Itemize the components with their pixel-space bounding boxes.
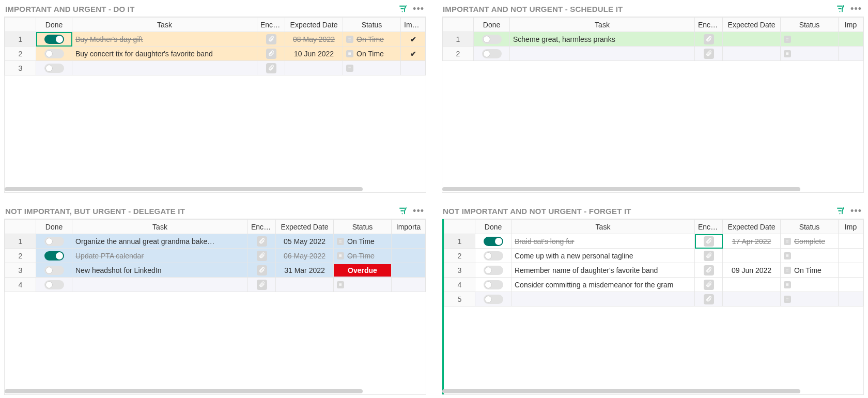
expected-date-cell[interactable] bbox=[276, 278, 334, 292]
expected-date-cell[interactable]: 09 Jun 2022 bbox=[723, 263, 781, 278]
done-cell[interactable] bbox=[475, 292, 512, 307]
enclosure-cell[interactable] bbox=[695, 278, 723, 292]
task-cell[interactable] bbox=[72, 61, 257, 75]
done-toggle[interactable] bbox=[44, 280, 64, 289]
importance-cell[interactable] bbox=[839, 47, 863, 61]
expected-date-cell[interactable]: 17 Apr 2022 bbox=[723, 234, 781, 249]
done-cell[interactable] bbox=[36, 263, 72, 278]
done-cell[interactable] bbox=[36, 47, 72, 61]
status-cell[interactable]: ≡Complete bbox=[781, 234, 839, 249]
status-cell[interactable]: ≡On Time bbox=[334, 249, 392, 263]
col-date[interactable]: Expected Date bbox=[276, 220, 334, 234]
col-status[interactable]: Status bbox=[343, 18, 401, 32]
row-number[interactable]: 1 bbox=[444, 234, 475, 249]
horizontal-scrollbar[interactable] bbox=[442, 186, 863, 192]
col-date[interactable]: Expected Date bbox=[285, 18, 343, 32]
enclosure-cell[interactable] bbox=[695, 292, 723, 307]
importance-cell[interactable]: ✔ bbox=[401, 32, 426, 47]
expected-date-cell[interactable]: 08 May 2022 bbox=[285, 32, 343, 47]
done-cell[interactable] bbox=[474, 32, 510, 47]
task-cell[interactable]: Come up with a new personal tagline bbox=[512, 249, 695, 263]
col-encl[interactable]: Encl(s) bbox=[695, 18, 723, 32]
done-toggle[interactable] bbox=[44, 266, 64, 275]
more-icon[interactable]: ••• bbox=[850, 4, 862, 13]
table-row[interactable]: 2Come up with a new personal tagline≡ bbox=[444, 249, 863, 263]
col-status[interactable]: Status bbox=[781, 220, 839, 234]
filter-icon[interactable] bbox=[836, 206, 845, 216]
filter-icon[interactable] bbox=[836, 4, 845, 13]
status-cell[interactable]: ≡On Time bbox=[334, 234, 392, 249]
row-number[interactable]: 2 bbox=[444, 249, 475, 263]
done-toggle[interactable] bbox=[484, 295, 503, 304]
importance-cell[interactable] bbox=[839, 292, 863, 307]
importance-cell[interactable] bbox=[839, 32, 863, 47]
done-cell[interactable] bbox=[36, 32, 72, 47]
done-cell[interactable] bbox=[475, 234, 512, 249]
done-toggle[interactable] bbox=[44, 237, 64, 246]
done-cell[interactable] bbox=[475, 263, 512, 278]
status-cell[interactable]: ≡On Time bbox=[781, 263, 839, 278]
enclosure-cell[interactable] bbox=[248, 263, 276, 278]
done-toggle[interactable] bbox=[44, 35, 64, 44]
done-toggle[interactable] bbox=[484, 251, 503, 261]
done-cell[interactable] bbox=[475, 278, 512, 292]
task-cell[interactable]: Remember name of daughter's favorite ban… bbox=[512, 263, 695, 278]
attachment-icon[interactable] bbox=[704, 280, 714, 290]
expected-date-cell[interactable] bbox=[723, 32, 781, 47]
row-number[interactable]: 4 bbox=[444, 278, 475, 292]
enclosure-cell[interactable] bbox=[695, 249, 723, 263]
table-row[interactable]: 3Remember name of daughter's favorite ba… bbox=[444, 263, 863, 278]
done-toggle[interactable] bbox=[484, 237, 503, 246]
attachment-icon[interactable] bbox=[266, 34, 276, 44]
attachment-icon[interactable] bbox=[257, 280, 267, 290]
table-row[interactable]: 5≡ bbox=[444, 292, 863, 307]
importance-cell[interactable]: ✔ bbox=[401, 47, 426, 61]
status-cell[interactable]: ≡ bbox=[781, 32, 839, 47]
col-status[interactable]: Status bbox=[334, 220, 392, 234]
expected-date-cell[interactable] bbox=[723, 249, 781, 263]
enclosure-cell[interactable] bbox=[257, 61, 285, 75]
importance-cell[interactable] bbox=[392, 263, 426, 278]
col-importance[interactable]: Impor bbox=[401, 18, 426, 32]
done-cell[interactable] bbox=[36, 249, 72, 263]
done-cell[interactable] bbox=[474, 47, 510, 61]
attachment-icon[interactable] bbox=[257, 265, 267, 275]
expected-date-cell[interactable] bbox=[723, 47, 781, 61]
status-cell[interactable]: ≡ bbox=[343, 61, 401, 75]
table-row[interactable]: 1Scheme great, harmless pranks≡ bbox=[443, 32, 863, 47]
table-row[interactable]: 2Update PTA calendar06 May 2022≡On Time bbox=[5, 249, 426, 263]
task-cell[interactable]: Update PTA calendar bbox=[72, 249, 248, 263]
table-row[interactable]: 3≡ bbox=[5, 61, 426, 75]
col-done[interactable]: Done bbox=[475, 220, 512, 234]
done-toggle[interactable] bbox=[482, 35, 502, 44]
filter-icon[interactable] bbox=[398, 4, 408, 13]
expected-date-cell[interactable]: 06 May 2022 bbox=[276, 249, 334, 263]
col-task[interactable]: Task bbox=[510, 18, 695, 32]
col-encl[interactable]: Encl(s) bbox=[257, 18, 285, 32]
expected-date-cell[interactable] bbox=[723, 292, 781, 307]
attachment-icon[interactable] bbox=[704, 49, 714, 59]
done-cell[interactable] bbox=[36, 278, 72, 292]
status-cell[interactable]: ≡On Time bbox=[343, 32, 401, 47]
importance-cell[interactable] bbox=[839, 234, 863, 249]
attachment-icon[interactable] bbox=[704, 236, 714, 247]
enclosure-cell[interactable] bbox=[257, 47, 285, 61]
done-toggle[interactable] bbox=[44, 64, 64, 73]
enclosure-cell[interactable] bbox=[695, 234, 723, 249]
status-cell[interactable]: Overdue bbox=[334, 263, 392, 278]
done-toggle[interactable] bbox=[484, 280, 503, 289]
enclosure-cell[interactable] bbox=[695, 47, 723, 61]
table-row[interactable]: 1Buy Mother's day gift08 May 2022≡On Tim… bbox=[5, 32, 426, 47]
status-cell[interactable]: ≡ bbox=[781, 47, 839, 61]
col-date[interactable]: Expected Date bbox=[723, 18, 781, 32]
more-icon[interactable]: ••• bbox=[850, 206, 862, 216]
table-row[interactable]: 4≡ bbox=[5, 278, 426, 292]
more-icon[interactable]: ••• bbox=[413, 4, 424, 13]
horizontal-scrollbar[interactable] bbox=[442, 388, 863, 394]
col-importance[interactable]: Imp bbox=[839, 18, 863, 32]
attachment-icon[interactable] bbox=[257, 251, 267, 261]
row-number[interactable]: 4 bbox=[5, 278, 36, 292]
enclosure-cell[interactable] bbox=[248, 278, 276, 292]
table-row[interactable]: 1Braid cat's long fur17 Apr 2022≡Complet… bbox=[444, 234, 863, 249]
col-importance[interactable]: Importa bbox=[392, 220, 426, 234]
